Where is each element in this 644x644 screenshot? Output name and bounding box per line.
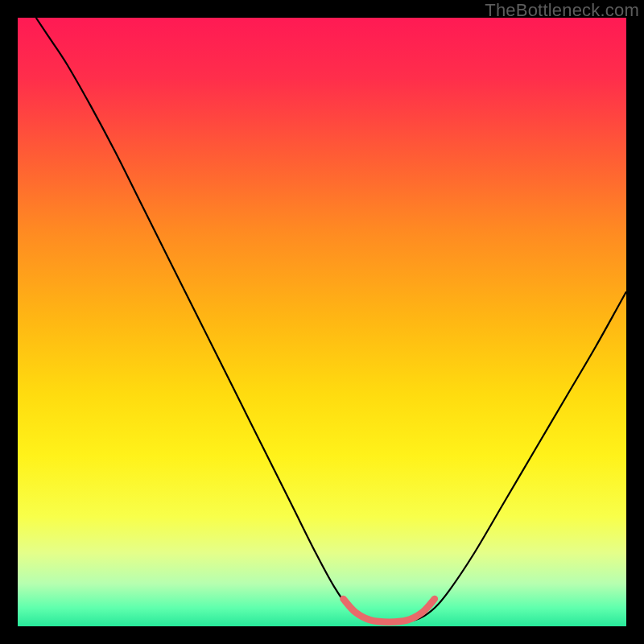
plot-area [18, 18, 626, 626]
chart-svg [18, 18, 626, 626]
gradient-background [18, 18, 626, 626]
chart-frame: TheBottleneck.com [0, 0, 644, 644]
watermark-label: TheBottleneck.com [485, 0, 639, 21]
